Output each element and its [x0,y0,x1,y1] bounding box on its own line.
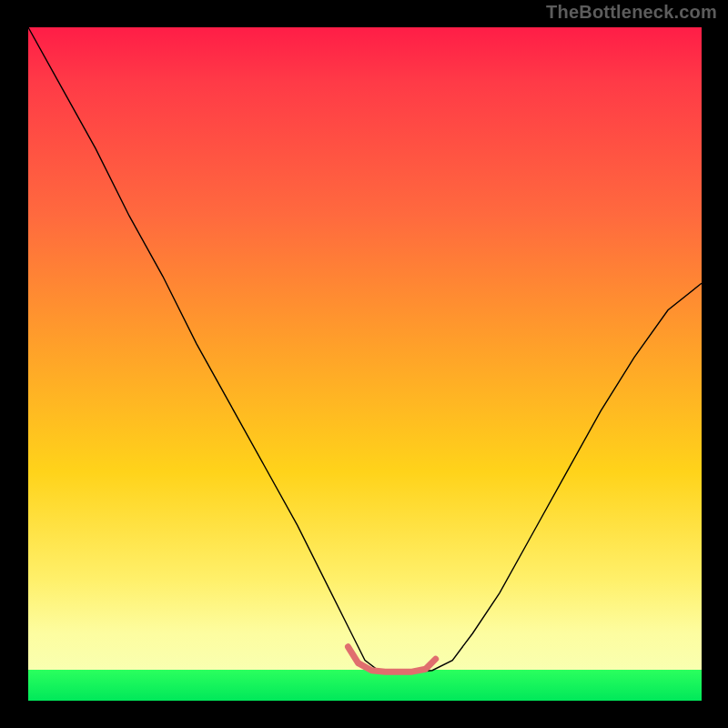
watermark-label: TheBottleneck.com [546,2,717,23]
trough-highlight [349,647,436,672]
curve-layer [28,27,702,701]
bottleneck-curve [28,27,702,672]
plot-area [28,27,702,701]
chart-frame: TheBottleneck.com [0,0,728,728]
